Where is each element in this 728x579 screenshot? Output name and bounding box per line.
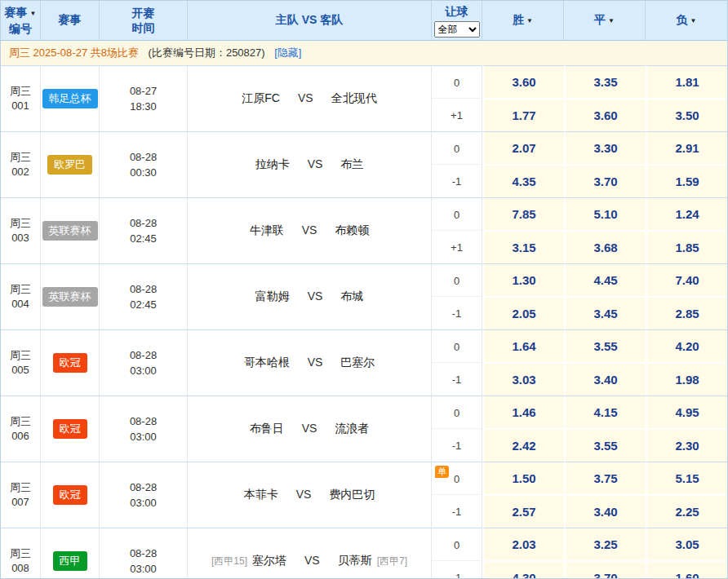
draw-odds-cell[interactable]: 3.55 — [564, 428, 646, 462]
lose-odds-cell[interactable]: 4.20 — [646, 329, 727, 362]
win-odds-cell[interactable]: 1.64 — [482, 329, 564, 362]
time-cell: 08-2803:00 — [100, 528, 188, 579]
league-badge[interactable]: 英联赛杯 — [42, 287, 98, 307]
col-header-draw[interactable]: 平▼ — [564, 1, 646, 41]
league-badge[interactable]: 英联赛杯 — [42, 221, 98, 241]
match-odds-table: 赛事▼ 编号 赛事 开赛 时间 主队 VS 客队 让球 全部 胜▼ — [1, 1, 727, 579]
teams-cell: 哥本哈根VS巴塞尔 — [188, 329, 432, 396]
win-odds-cell[interactable]: 2.05 — [482, 296, 564, 329]
draw-odds-cell[interactable]: 3.35 — [564, 65, 646, 98]
draw-odds-cell[interactable]: 3.40 — [564, 362, 646, 396]
match-line-row: 周三002欧罗巴08-2800:30拉纳卡VS布兰02.073.302.91 — [1, 131, 727, 164]
win-odds-cell[interactable]: 3.15 — [482, 230, 564, 263]
home-team-name: 拉纳卡 — [255, 157, 290, 170]
away-team-name: 布兰 — [340, 157, 363, 170]
win-odds-cell[interactable]: 7.85 — [482, 197, 564, 230]
win-odds-cell[interactable]: 1.50 — [482, 462, 564, 494]
match-date: 08-28 — [100, 149, 187, 165]
win-odds-cell[interactable]: 4.35 — [482, 164, 564, 197]
lose-odds-cell[interactable]: 4.95 — [646, 396, 727, 428]
draw-odds-cell[interactable]: 3.40 — [564, 494, 646, 528]
match-time: 02:45 — [100, 231, 187, 246]
match-date: 08-28 — [100, 480, 187, 495]
time-header-label1: 开赛 — [100, 6, 187, 20]
match-id-cell: 周三004 — [1, 263, 41, 329]
league-badge[interactable]: 欧罗巴 — [47, 155, 92, 175]
lose-odds-cell[interactable]: 7.40 — [646, 263, 727, 296]
lose-odds-cell[interactable]: 5.15 — [646, 462, 727, 494]
teams-cell: 拉纳卡VS布兰 — [188, 131, 432, 197]
lose-odds-cell[interactable]: 2.85 — [646, 296, 727, 329]
handicap-value: 0 — [454, 341, 459, 353]
draw-odds-cell[interactable]: 3.45 — [564, 296, 646, 329]
hide-link[interactable]: [隐藏] — [274, 46, 301, 59]
win-odds-cell[interactable]: 2.57 — [482, 494, 564, 528]
handicap-value: -1 — [452, 440, 462, 452]
lose-odds-cell[interactable]: 1.60 — [646, 560, 727, 579]
vs-label: VS — [302, 223, 317, 236]
win-odds-cell[interactable]: 2.03 — [482, 528, 564, 560]
win-odds-cell[interactable]: 1.46 — [482, 396, 564, 428]
match-id-cell: 周三001 — [1, 65, 41, 131]
match-number: 005 — [1, 363, 40, 378]
match-date: 08-28 — [100, 215, 187, 231]
draw-odds-cell[interactable]: 3.60 — [564, 98, 646, 131]
win-odds-cell[interactable]: 3.03 — [482, 362, 564, 396]
draw-odds-cell[interactable]: 3.30 — [564, 131, 646, 164]
handicap-filter-select[interactable]: 全部 — [434, 21, 480, 38]
win-odds-cell[interactable]: 4.30 — [482, 560, 564, 579]
lose-odds-cell[interactable]: 1.85 — [646, 230, 727, 263]
match-time: 18:30 — [100, 99, 187, 114]
league-badge[interactable]: 韩足总杯 — [42, 89, 98, 108]
draw-odds-cell[interactable]: 3.75 — [564, 462, 646, 494]
win-odds-cell[interactable]: 2.07 — [482, 131, 564, 164]
match-day: 周三 — [1, 414, 40, 429]
match-line-row: 周三006欧冠08-2803:00布鲁日VS流浪者01.464.154.95 — [1, 396, 727, 428]
draw-odds-cell[interactable]: 3.70 — [564, 560, 646, 579]
draw-odds-cell[interactable]: 5.10 — [564, 197, 646, 230]
col-header-lose[interactable]: 负▼ — [646, 1, 727, 41]
league-badge[interactable]: 欧冠 — [53, 419, 87, 439]
col-header-win[interactable]: 胜▼ — [482, 1, 564, 41]
draw-odds-cell[interactable]: 3.25 — [564, 528, 646, 560]
lose-odds-cell[interactable]: 2.91 — [646, 131, 727, 164]
lose-odds-cell[interactable]: 1.24 — [646, 197, 727, 230]
vs-label: VS — [308, 356, 323, 369]
draw-odds-cell[interactable]: 3.55 — [564, 329, 646, 362]
lose-odds-cell[interactable]: 2.30 — [646, 428, 727, 462]
teams-cell: 牛津联VS布赖顿 — [188, 197, 432, 263]
league-badge[interactable]: 西甲 — [53, 551, 87, 571]
win-odds-cell[interactable]: 1.30 — [482, 263, 564, 296]
handicap-value: 0 — [454, 539, 459, 551]
lose-odds-cell[interactable]: 3.50 — [646, 98, 727, 131]
league-badge[interactable]: 欧冠 — [53, 353, 87, 373]
match-date: 08-27 — [100, 83, 187, 99]
match-number: 004 — [1, 297, 40, 312]
draw-odds-cell[interactable]: 4.15 — [564, 396, 646, 428]
vs-label: VS — [302, 422, 317, 435]
odds-table: 赛事▼ 编号 赛事 开赛 时间 主队 VS 客队 让球 全部 胜▼ — [0, 0, 728, 579]
lose-odds-cell[interactable]: 2.25 — [646, 494, 727, 528]
handicap-cell: 单0 — [432, 462, 482, 494]
draw-odds-cell[interactable]: 4.45 — [564, 263, 646, 296]
match-id-date-note: (比赛编号日期：250827) — [149, 46, 265, 59]
draw-odds-cell[interactable]: 3.70 — [564, 164, 646, 197]
win-odds-cell[interactable]: 2.42 — [482, 428, 564, 462]
win-odds-cell[interactable]: 1.77 — [482, 98, 564, 131]
col-header-handicap: 让球 全部 — [432, 1, 482, 41]
info-bar: 周三 2025-08-27 共8场比赛 (比赛编号日期：250827) [隐藏] — [1, 41, 727, 65]
lose-odds-cell[interactable]: 1.98 — [646, 362, 727, 396]
lose-odds-cell[interactable]: 1.59 — [646, 164, 727, 197]
handicap-value: 0 — [454, 275, 459, 287]
win-odds-cell[interactable]: 3.60 — [482, 65, 564, 98]
match-day-summary: 周三 2025-08-27 共8场比赛 — [9, 46, 139, 59]
draw-odds-cell[interactable]: 3.68 — [564, 230, 646, 263]
lose-odds-cell[interactable]: 1.81 — [646, 65, 727, 98]
handicap-value: -1 — [452, 572, 462, 579]
handicap-cell: -1 — [432, 164, 482, 197]
league-badge[interactable]: 欧冠 — [53, 485, 87, 505]
home-team-name: 本菲卡 — [244, 488, 278, 501]
lose-odds-cell[interactable]: 3.05 — [646, 528, 727, 560]
handicap-value: +1 — [451, 241, 463, 254]
col-header-match-number[interactable]: 赛事▼ 编号 — [1, 1, 41, 41]
